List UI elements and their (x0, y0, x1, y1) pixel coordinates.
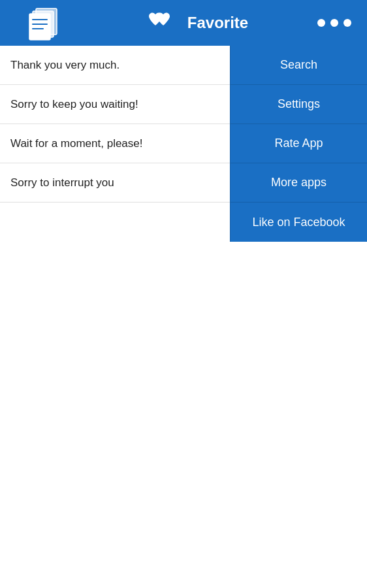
dropdown-item-rate-app[interactable]: Rate App (231, 124, 367, 163)
header-center: Favorite (91, 7, 302, 39)
hearts-icon (145, 7, 181, 39)
dropdown-item-settings[interactable]: Settings (231, 85, 367, 124)
dot-2 (330, 19, 338, 27)
list-item-text: Sorry to interrupt you (10, 176, 114, 189)
dot-3 (343, 19, 351, 27)
app-header: Favorite (0, 0, 367, 46)
dropdown-item-more-apps[interactable]: More apps (231, 163, 367, 203)
dropdown-item-more-apps-label: More apps (271, 176, 327, 189)
list-item[interactable]: Thank you very much. (0, 46, 230, 85)
list-item-text: Thank you very much. (10, 59, 120, 72)
svg-rect-2 (29, 14, 50, 40)
dropdown-item-search-label: Search (280, 58, 317, 72)
list-item[interactable]: Sorry to keep you waiting! (0, 85, 230, 124)
overflow-menu-button[interactable] (302, 19, 367, 27)
main-list: Thank you very much. Sorry to keep you w… (0, 46, 230, 203)
dropdown-item-like-facebook[interactable]: Like on Facebook (231, 203, 367, 242)
list-item[interactable]: Wait for a moment, please! (0, 124, 230, 163)
dropdown-item-rate-app-label: Rate App (274, 137, 323, 150)
app-title: Favorite (187, 14, 248, 32)
list-item[interactable]: Sorry to interrupt you (0, 163, 230, 203)
list-item-text: Sorry to keep you waiting! (10, 98, 138, 111)
dropdown-item-settings-label: Settings (278, 97, 320, 111)
dot-1 (317, 19, 325, 27)
pages-icon (26, 5, 65, 41)
header-left-icon-area (0, 5, 91, 41)
dropdown-item-like-facebook-label: Like on Facebook (252, 216, 345, 229)
list-item-text: Wait for a moment, please! (10, 137, 143, 150)
dropdown-menu: Search Settings Rate App More apps Like … (230, 46, 367, 242)
dropdown-item-search[interactable]: Search (231, 46, 367, 85)
